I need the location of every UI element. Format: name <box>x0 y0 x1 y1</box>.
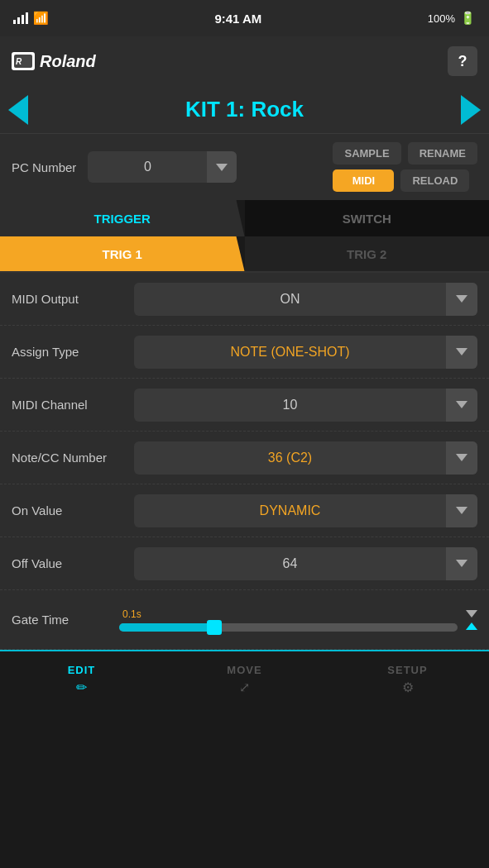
note-cc-control[interactable]: 36 (C2) <box>134 441 477 475</box>
move-icon: ⤢ <box>239 680 250 695</box>
midi-output-label: MIDI Output <box>12 292 134 306</box>
control-row: PC Number 0 SAMPLE RENAME MIDI RELOAD <box>0 134 489 200</box>
chevron-down-icon <box>456 507 467 514</box>
midi-channel-row: MIDI Channel 10 <box>0 379 489 432</box>
on-value-value: DYNAMIC <box>134 503 446 518</box>
chevron-down-icon <box>456 295 467 303</box>
chevron-down-icon <box>456 560 467 567</box>
bottom-nav: EDIT ✏ MOVE ⤢ SETUP ⚙ <box>0 650 489 708</box>
tab-trig1[interactable]: TRIG 1 <box>0 236 245 271</box>
nav-setup[interactable]: SETUP ⚙ <box>326 664 489 695</box>
chevron-down-icon <box>456 401 467 408</box>
svg-text:R: R <box>16 57 22 66</box>
midi-button[interactable]: MIDI <box>333 169 394 192</box>
on-value-control[interactable]: DYNAMIC <box>134 494 477 527</box>
note-cc-label: Note/CC Number <box>12 451 134 465</box>
assign-type-dropdown[interactable] <box>446 336 477 369</box>
setup-nav-label: SETUP <box>387 664 427 676</box>
gate-time-up-button[interactable] <box>466 622 477 630</box>
edit-icon: ✏ <box>76 680 87 695</box>
chevron-down-icon <box>466 610 477 618</box>
trig2-label: TRIG 2 <box>347 247 386 261</box>
gate-time-track[interactable] <box>119 623 458 632</box>
gate-time-label: Gate Time <box>12 613 111 627</box>
nav-move[interactable]: MOVE ⤢ <box>163 664 326 695</box>
midi-channel-dropdown[interactable] <box>446 389 477 422</box>
trig1-label: TRIG 1 <box>103 247 142 261</box>
note-cc-value: 36 (C2) <box>134 451 446 465</box>
midi-channel-control[interactable]: 10 <box>134 389 477 422</box>
chevron-up-icon <box>466 622 477 630</box>
button-row-2: MIDI RELOAD <box>333 169 477 192</box>
chevron-down-icon <box>456 454 467 461</box>
assign-type-value: NOTE (ONE-SHOT) <box>134 345 446 360</box>
note-cc-dropdown[interactable] <box>446 441 477 475</box>
status-bar-left: 📶 <box>13 11 49 26</box>
button-row-1: SAMPLE RENAME <box>333 142 477 165</box>
gate-time-slider-wrapper: 0.1s <box>119 608 458 632</box>
off-value-label: Off Value <box>12 556 134 570</box>
gate-time-down-button[interactable] <box>466 610 477 618</box>
kit-title: KIT 1: Rock <box>185 97 304 122</box>
midi-output-row: MIDI Output ON <box>0 273 489 326</box>
assign-type-control[interactable]: NOTE (ONE-SHOT) <box>134 336 477 369</box>
settings-area: MIDI Output ON Assign Type NOTE (ONE-SHO… <box>0 273 489 650</box>
edit-nav-label: EDIT <box>68 664 96 676</box>
kit-prev-button[interactable] <box>8 95 28 125</box>
tab-trigger[interactable]: TRIGGER <box>0 200 245 236</box>
on-value-label: On Value <box>12 503 134 517</box>
switch-tab-label: SWITCH <box>343 212 391 226</box>
off-value-row: Off Value 64 <box>0 537 489 590</box>
battery-percent: 100% <box>428 12 455 25</box>
setup-icon: ⚙ <box>402 680 414 695</box>
midi-channel-label: MIDI Channel <box>12 398 134 412</box>
help-button[interactable]: ? <box>448 46 477 76</box>
battery-icon: 🔋 <box>460 11 476 26</box>
assign-type-row: Assign Type NOTE (ONE-SHOT) <box>0 326 489 379</box>
brand-name: Roland <box>40 52 96 71</box>
outer-tabs: TRIGGER SWITCH <box>0 200 489 236</box>
assign-type-label: Assign Type <box>12 345 134 359</box>
signal-icon <box>13 12 28 24</box>
off-value-value: 64 <box>134 556 446 571</box>
on-value-row: On Value DYNAMIC <box>0 484 489 537</box>
trigger-tab-label: TRIGGER <box>94 212 151 226</box>
status-time: 9:41 AM <box>214 12 261 26</box>
on-value-dropdown[interactable] <box>446 494 477 527</box>
kit-navigation: KIT 1: Rock <box>0 86 489 134</box>
gate-time-arrows <box>466 610 477 630</box>
midi-output-value: ON <box>134 292 446 307</box>
action-buttons: SAMPLE RENAME MIDI RELOAD <box>333 142 477 192</box>
pc-number-label: PC Number <box>12 160 76 174</box>
inner-tabs: TRIG 1 TRIG 2 <box>0 236 489 273</box>
midi-channel-value: 10 <box>134 398 446 413</box>
status-bar: 📶 9:41 AM 100% 🔋 <box>0 0 489 36</box>
gate-time-fill <box>119 623 214 632</box>
rename-button[interactable]: RENAME <box>408 142 477 165</box>
pc-number-input[interactable]: 0 <box>88 151 237 183</box>
roland-logo-icon: R <box>12 52 35 70</box>
note-cc-row: Note/CC Number 36 (C2) <box>0 432 489 484</box>
chevron-down-icon <box>216 164 228 171</box>
app-header: R Roland ? <box>0 36 489 86</box>
off-value-dropdown[interactable] <box>446 547 477 580</box>
gate-time-row: Gate Time 0.1s <box>0 590 489 650</box>
nav-edit[interactable]: EDIT ✏ <box>0 664 163 695</box>
wifi-icon: 📶 <box>33 11 49 26</box>
sample-button[interactable]: SAMPLE <box>333 142 400 165</box>
move-nav-label: MOVE <box>227 664 261 676</box>
pc-number-dropdown[interactable] <box>207 151 237 183</box>
midi-output-dropdown[interactable] <box>446 283 477 316</box>
chevron-down-icon <box>456 348 467 355</box>
tab-trig2[interactable]: TRIG 2 <box>245 236 490 271</box>
kit-next-button[interactable] <box>461 95 481 125</box>
gate-time-value: 0.1s <box>122 608 458 620</box>
tab-switch[interactable]: SWITCH <box>245 200 490 236</box>
pc-number-value: 0 <box>88 160 207 174</box>
midi-output-control[interactable]: ON <box>134 283 477 316</box>
reload-button[interactable]: RELOAD <box>400 169 469 192</box>
status-bar-right: 100% 🔋 <box>428 11 476 26</box>
gate-time-thumb[interactable] <box>207 620 222 635</box>
off-value-control[interactable]: 64 <box>134 547 477 580</box>
roland-logo: R Roland <box>12 52 96 71</box>
